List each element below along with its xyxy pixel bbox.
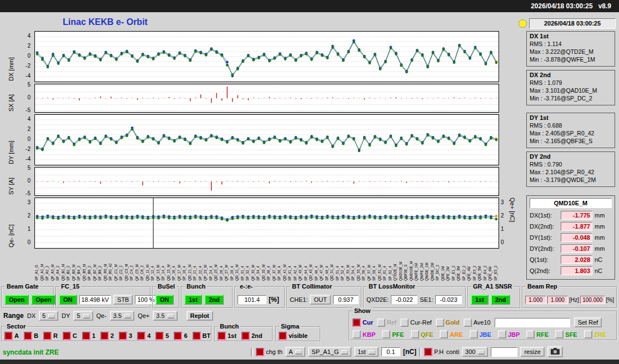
sector-3-checkbox[interactable] — [119, 332, 127, 340]
range-qep-dropdown[interactable]: 3.5 — [153, 311, 177, 321]
dropdown-indicator-icon — [124, 314, 131, 318]
dy-axis-label: DY [mm] — [8, 114, 14, 164]
range-dy-dropdown[interactable]: 5 — [73, 311, 93, 321]
sector-bt-label: BT — [203, 332, 211, 339]
monitor-row-value: -1.775 — [561, 211, 592, 220]
ref-name-input[interactable] — [495, 318, 570, 327]
monitor-row-label: DX(2nd): — [530, 223, 558, 230]
gold-checkbox[interactable] — [436, 318, 444, 327]
pfe-checkbox[interactable] — [382, 330, 390, 338]
monitor-row: Q(2nd): 1.803 nC — [530, 265, 612, 276]
sx-plot[interactable] — [34, 84, 499, 113]
monitor-select-value: SP_A1_G — [311, 348, 339, 355]
ref-checkbox[interactable] — [377, 318, 385, 327]
beam-rep-group: Beam Rep 1.000 1.000 [Hz] 100.000 [%] — [522, 286, 617, 309]
bunch-1st-checkbox[interactable] — [218, 332, 226, 340]
sector-bt-checkbox[interactable] — [193, 332, 201, 340]
fc15-stb-button[interactable]: STB — [113, 295, 133, 305]
monitor-row-unit: mm — [595, 245, 605, 252]
cur-checkbox[interactable] — [353, 318, 361, 327]
gr-snsr-1st-button[interactable]: 1st — [471, 295, 489, 305]
ave10-checkbox[interactable] — [464, 318, 472, 327]
sy-plot[interactable] — [34, 167, 499, 196]
sector-4-checkbox[interactable] — [137, 332, 145, 340]
sigma-visible-checkbox[interactable] — [279, 332, 287, 340]
threshold-input[interactable]: 0.1 — [381, 347, 400, 356]
sector-select-dropdown[interactable]: A — [285, 347, 305, 357]
jbe-checkbox[interactable] — [470, 330, 478, 338]
dropdown-indicator-icon — [295, 350, 302, 354]
kbp-checkbox[interactable] — [353, 330, 361, 338]
busel-on-button[interactable]: ON — [155, 295, 174, 305]
beam-gate-open-1-button[interactable]: Open — [4, 295, 29, 305]
dx-2nd-stats-title: DX 2nd — [530, 72, 612, 78]
sfe-checkbox[interactable] — [555, 330, 563, 338]
dx-axis-label: DX [mm] — [8, 31, 14, 81]
bt-lossmonitor-title: BT LossMonitor — [367, 283, 417, 290]
sector-5-checkbox[interactable] — [155, 332, 164, 340]
bt-collimator-title: BT Collimator — [290, 283, 334, 290]
show-cur-ref-item: Cur-Ref — [400, 318, 432, 327]
sector-c-checkbox[interactable] — [63, 332, 71, 340]
range-dx-dropdown[interactable]: 5 — [39, 311, 58, 321]
conti-label: conti — [446, 348, 459, 355]
dx-plot[interactable] — [34, 31, 499, 82]
sector-2-checkbox[interactable] — [100, 332, 109, 340]
sector-c-label: C — [73, 332, 77, 339]
ph-label: P.H — [434, 348, 444, 355]
se1-label: SE1: — [420, 296, 433, 303]
bunch-select-dropdown[interactable]: 1st — [354, 347, 379, 357]
che1-out-button[interactable]: OUT — [310, 295, 330, 305]
sector-b-checkbox[interactable] — [24, 332, 32, 340]
window-titlebar: 2026/04/18 03:00:25 v8.9 — [0, 0, 619, 12]
jbp-checkbox[interactable] — [498, 330, 506, 338]
bunch-2nd-checkbox[interactable] — [241, 332, 250, 340]
gr-snsr-2nd-button[interactable]: 2nd — [491, 295, 511, 305]
busel-title: BuSel — [156, 283, 177, 290]
beam-rep-hz-unit: [Hz] — [569, 297, 579, 303]
show-jbp-item: JBP — [498, 330, 520, 338]
zre-checkbox[interactable] — [584, 330, 592, 338]
fc15-on-button[interactable]: ON — [59, 295, 77, 305]
bunch-select-group: Bunch 1st 2nd — [181, 286, 233, 309]
monitor-row-unit: mm — [595, 234, 605, 241]
titlebar-version: v8.9 — [598, 2, 611, 10]
show-jbe-item: JBE — [470, 330, 491, 338]
monitor-select-dropdown[interactable]: SP_A1_G — [308, 347, 351, 357]
ph-checkbox[interactable] — [424, 348, 432, 356]
sector-1-checkbox[interactable] — [82, 332, 90, 340]
range-qem-dropdown[interactable]: 3.5 — [110, 311, 134, 321]
resize-button[interactable]: resize — [520, 347, 544, 357]
dy-1st-rms: RMS : 0.688 — [530, 122, 612, 129]
qe-plot[interactable] — [34, 198, 499, 249]
sector-4-item: 4 — [137, 332, 150, 340]
screenshot-button[interactable] — [547, 346, 563, 357]
rfe-checkbox[interactable] — [526, 330, 535, 338]
dy-1st-max: Max : 2.405@SP_R0_42 — [530, 130, 612, 136]
sector-a-checkbox[interactable] — [4, 332, 13, 340]
dy-plot[interactable] — [34, 114, 499, 165]
set-ref-button[interactable]: Set Ref — [574, 317, 602, 327]
replot-button[interactable]: Replot — [187, 311, 213, 321]
beam-gate-open-2-button[interactable]: Open — [31, 295, 56, 305]
monitor-row-value: -0.107 — [561, 244, 592, 253]
cur-ref-checkbox[interactable] — [400, 318, 409, 327]
are-checkbox[interactable] — [440, 330, 448, 338]
interval-dropdown[interactable]: 300 — [462, 347, 488, 357]
bunch-1st-button[interactable]: 1st — [184, 295, 202, 305]
monitor-row-value: -1.877 — [561, 222, 592, 231]
qfe-checkbox[interactable] — [411, 330, 419, 338]
range-dx-value: 5 — [42, 312, 46, 319]
sector-6-item: 6 — [174, 332, 187, 340]
selected-monitor-name[interactable]: QMD10E_M — [530, 198, 612, 208]
sector-6-checkbox[interactable] — [174, 332, 182, 340]
sector-r-label: R — [53, 332, 58, 339]
sx-yticks: 50-5 — [17, 84, 32, 112]
bunch-2nd-button[interactable]: 2nd — [204, 295, 224, 305]
bunch-2nd-label: 2nd — [251, 332, 263, 339]
chg-th-checkbox[interactable] — [256, 348, 264, 356]
threshold-unit: [nC] — [403, 348, 416, 356]
count-input[interactable] — [491, 347, 517, 357]
sector-r-checkbox[interactable] — [43, 332, 52, 340]
dy-2nd-stats-title: DY 2nd — [530, 153, 612, 160]
